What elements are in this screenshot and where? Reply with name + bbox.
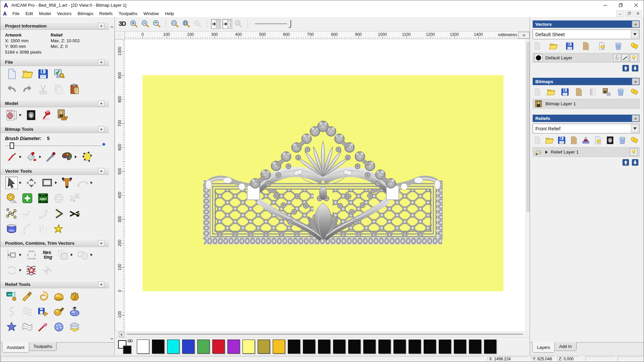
extrude-tool-icon[interactable] (6, 223, 17, 235)
lighting-icon[interactable] (41, 109, 53, 121)
create-polyline-icon[interactable] (6, 208, 17, 220)
colour-swatch-2[interactable] (167, 340, 179, 354)
collapse-section-button[interactable] (98, 23, 104, 29)
sheet-visibility-icon[interactable] (597, 42, 606, 51)
toggle-vector-icon[interactable] (223, 19, 232, 28)
paint-brush-icon[interactable] (6, 151, 17, 163)
vector-sheet-dropdown[interactable]: Default Sheet (533, 29, 640, 39)
snap-grid-icon[interactable] (21, 192, 33, 204)
smooth-relief-icon[interactable] (6, 306, 17, 317)
units-dropdown-button[interactable] (518, 32, 530, 39)
colour-swatch-8[interactable] (258, 340, 270, 354)
zoom-previous-icon[interactable] (152, 19, 161, 28)
group-vectors-icon[interactable] (57, 249, 69, 261)
trim-vectors-icon[interactable] (69, 208, 80, 220)
sheet-visibility-icon[interactable] (593, 136, 602, 145)
transform-vectors-icon[interactable] (25, 177, 37, 189)
scroll-up-icon[interactable] (109, 24, 114, 29)
flyout-arrow-icon[interactable] (39, 156, 41, 158)
mdi-restore-button[interactable] (625, 10, 633, 17)
dome-gold-icon[interactable] (53, 290, 65, 302)
colour-swatch-15[interactable] (363, 340, 376, 354)
colour-swatch-1[interactable] (152, 340, 164, 354)
set-model-size-icon[interactable] (6, 109, 17, 121)
tab-assistant[interactable]: Assistant (2, 342, 29, 353)
padlock-open-button[interactable] (613, 54, 621, 62)
move-layer-down-button[interactable] (631, 159, 639, 166)
model-notes-icon[interactable] (25, 109, 37, 121)
expand-layer-icon[interactable] (545, 150, 548, 154)
vertical-scroll-thumb[interactable] (527, 42, 530, 212)
flyout-arrow-icon[interactable] (19, 269, 21, 272)
join-vectors-icon[interactable] (6, 264, 17, 276)
create-arc-chevron-icon[interactable] (53, 208, 65, 220)
colour-swatch-11[interactable] (303, 340, 315, 354)
tab-toolpaths[interactable]: Toolpaths (29, 342, 57, 351)
collapse-section-button[interactable] (98, 59, 104, 65)
collapse-section-button[interactable] (98, 168, 104, 174)
free-sketch-icon[interactable] (21, 208, 33, 220)
shape-editor-gold-icon[interactable] (21, 290, 33, 302)
flyout-arrow-icon[interactable] (91, 253, 93, 256)
fit-arcs-icon[interactable] (21, 223, 33, 235)
toggle-bitmap-icon[interactable] (211, 19, 220, 28)
delete-layer-icon[interactable] (616, 87, 625, 97)
mirror-tool-icon[interactable] (37, 223, 49, 235)
open-model-icon[interactable] (21, 68, 33, 80)
colour-swatch-17[interactable] (393, 340, 406, 354)
texture-text-icon[interactable]: ABC (37, 192, 49, 204)
move-layer-up-button[interactable] (622, 159, 630, 166)
zoom-slider[interactable] (255, 19, 292, 28)
colour-swatch-20[interactable] (439, 340, 451, 354)
preferences-icon[interactable] (53, 68, 65, 80)
relief-clipart-icon[interactable] (6, 290, 17, 302)
offset-relief-blue-icon[interactable] (69, 306, 80, 317)
zoom-out-icon[interactable] (141, 19, 150, 28)
collapse-panel-button[interactable] (632, 21, 639, 27)
collapse-panel-button[interactable] (632, 78, 639, 85)
relief-clip-red-icon[interactable] (6, 337, 17, 343)
assistant-scrollbar[interactable] (109, 17, 114, 342)
colour-swatch-23[interactable] (484, 340, 496, 354)
swirl-gold-icon[interactable] (37, 290, 49, 302)
flyout-arrow-icon[interactable] (75, 156, 77, 158)
paint-relief-icon[interactable] (37, 321, 49, 333)
collapse-section-button[interactable] (98, 126, 104, 132)
toggle-all-layers-icon[interactable] (630, 136, 639, 145)
link-colours-icon[interactable] (127, 339, 133, 343)
horizontal-scrollbar[interactable] (115, 331, 526, 337)
new-sheet-icon[interactable] (533, 136, 542, 145)
menu-edit[interactable]: Edit (22, 10, 36, 17)
dropdown-arrow-icon[interactable] (631, 31, 639, 38)
scroll-down-icon[interactable] (109, 336, 114, 341)
load-image-icon[interactable] (57, 109, 69, 121)
mdi-close-button[interactable] (634, 10, 642, 17)
drawing-viewport[interactable] (125, 39, 526, 331)
menu-model[interactable]: Model (36, 10, 54, 17)
pane-toggle-icon[interactable] (119, 332, 124, 337)
flyout-arrow-icon[interactable] (71, 253, 73, 256)
wrap-sphere-icon[interactable] (53, 192, 65, 204)
colour-swatch-16[interactable] (378, 340, 391, 354)
sculpt-gold-icon[interactable] (53, 306, 65, 317)
create-rectangle-icon[interactable] (41, 177, 53, 189)
align-vectors-icon[interactable] (6, 249, 17, 261)
toggle-all-layers-icon[interactable] (630, 87, 639, 97)
dropdown-arrow-icon[interactable] (631, 125, 639, 132)
colour-swatch-10[interactable] (288, 340, 300, 354)
select-vectors-icon[interactable] (6, 177, 17, 189)
new-model-icon[interactable] (6, 68, 17, 80)
slider-handle[interactable] (10, 142, 14, 149)
colour-swatch-4[interactable] (197, 340, 210, 354)
relief-layer-row[interactable]: Relief Layer 1 (533, 147, 640, 157)
import-file-icon[interactable] (581, 42, 590, 51)
3d-view-button[interactable]: 3D (119, 20, 126, 27)
import-file-icon[interactable] (569, 136, 578, 145)
toggle-all-layers-icon[interactable] (630, 42, 639, 51)
bitmap-layer-row[interactable]: Bitmap Layer 1 (533, 99, 640, 109)
new-sheet-icon[interactable] (533, 42, 542, 51)
teddies-gold-icon[interactable] (69, 290, 80, 302)
slider-track[interactable] (5, 145, 102, 146)
menu-bitmaps[interactable]: Bitmaps (74, 10, 96, 17)
zoom-in-icon[interactable] (129, 19, 139, 28)
